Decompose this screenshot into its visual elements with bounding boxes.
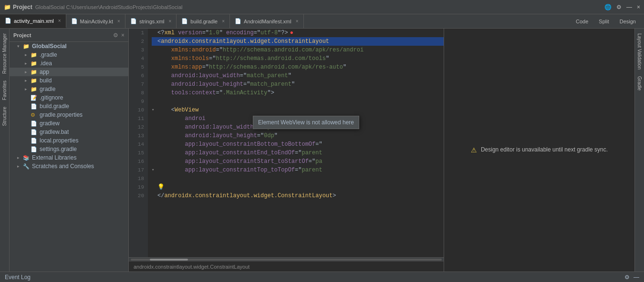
settings-icon[interactable]: ⚙ <box>616 4 622 10</box>
line-num-2: 2 <box>129 37 144 46</box>
line-num-16: 16 <box>129 157 144 166</box>
view-split-button[interactable]: Split <box>594 17 613 26</box>
warning-icon: ⚠ <box>471 146 477 154</box>
line-num-18: 18 <box>129 174 144 183</box>
code-lines[interactable]: <?xml version="1.0" encoding="utf-8"?> ●… <box>148 29 444 257</box>
file-icon-local-properties: 📄 <box>31 138 38 144</box>
tree-item-gitignore[interactable]: 📝 .gitignore <box>10 93 128 102</box>
code-line-6: android:layout_width="match_parent" <box>152 71 444 80</box>
folder-icon-project: 📁 <box>23 43 31 50</box>
line-num-12: 12 <box>129 123 144 131</box>
file-icon-gradle-properties: ⚙ <box>31 112 38 118</box>
sidebar: Project ⚙ × ▾ 📁 GlobalSocial ▸ 📁 .gradle <box>10 29 129 272</box>
tab-icon: 📄 <box>130 18 137 24</box>
top-bar-path: GlobalSocial C:\Users\user\AndroidStudio… <box>35 4 183 10</box>
code-line-10-content: <WebView <box>157 106 198 114</box>
scrollbar-track[interactable] <box>131 259 442 261</box>
code-editor[interactable]: 1 2 3 4 5 6 7 8 9 10 11 12 13 14 <box>129 29 444 272</box>
left-tab-structure[interactable]: Structure <box>1 104 8 129</box>
status-settings-icon[interactable]: ⚙ <box>624 274 630 281</box>
tree-item-build[interactable]: ▸ 📁 build <box>10 76 128 85</box>
code-line-17-content: app:layout_constraintTop_toTopOf="parent <box>157 166 322 174</box>
folder-icon-scratches: 🔧 <box>23 163 31 170</box>
tab-strings-xml[interactable]: 📄 strings.xml × <box>125 14 177 28</box>
code-line-20-content: </androidx.constraintlayout.widget.Const… <box>157 191 336 200</box>
tree-item-global-social[interactable]: ▾ 📁 GlobalSocial <box>10 42 128 50</box>
tab-label: activity_main.xml <box>14 18 54 24</box>
scrollbar-thumb[interactable] <box>150 259 188 261</box>
code-line-16-content: app:layout_constraintStart_toStartOf="pa <box>157 157 322 166</box>
tab-main-activity-kt[interactable]: 📄 MainActivity.kt × <box>66 14 125 28</box>
fold-arrow-17[interactable]: ▾ <box>152 166 157 174</box>
tree-item-idea[interactable]: ▸ 📁 .idea <box>10 59 128 68</box>
tab-close-manifest[interactable]: × <box>296 19 299 24</box>
left-tab-favorites[interactable]: Favorites <box>1 78 8 103</box>
top-bar: 📁 Project GlobalSocial C:\Users\user\And… <box>0 0 644 14</box>
design-panel: ⚠ Design editor is unavailable until nex… <box>444 29 634 272</box>
tooltip-text: Element WebView is not allowed here <box>258 119 354 126</box>
line-num-8: 8 <box>129 89 144 97</box>
status-event-log[interactable]: Event Log <box>5 274 31 281</box>
tree-item-gradle[interactable]: ▸ 📁 gradle <box>10 85 128 93</box>
view-design-button[interactable]: Design <box>615 17 640 26</box>
tab-close-main-activity[interactable]: × <box>117 19 120 24</box>
folder-icon-gradle: 📁 <box>31 86 38 92</box>
tree-item-scratches-consoles[interactable]: ▸ 🔧 Scratches and Consoles <box>10 162 128 171</box>
status-minimize-icon[interactable]: — <box>634 274 639 281</box>
editor-content: 1 2 3 4 5 6 7 8 9 10 11 12 13 14 <box>129 29 634 272</box>
code-line-2: <androidx.constraintlayout.widget.Constr… <box>152 37 444 46</box>
tree-item-external-libs[interactable]: ▸ 📚 External Libraries <box>10 153 128 162</box>
main-area: Resource Manager Favorites Structure Pro… <box>0 29 644 272</box>
tree-label-scratches-consoles: Scratches and Consoles <box>32 163 94 170</box>
design-panel-text: Design editor is unavailable until next … <box>481 146 608 153</box>
tree-label-idea: .idea <box>40 60 52 67</box>
tree-item-gradle-properties[interactable]: ⚙ gradle.properties <box>10 111 128 119</box>
line-numbers: 1 2 3 4 5 6 7 8 9 10 11 12 13 14 <box>129 29 148 257</box>
view-code-button[interactable]: Code <box>571 17 592 26</box>
sidebar-header-icons: ⚙ × <box>113 32 125 39</box>
code-line-19-bulb[interactable]: 💡 <box>157 183 165 191</box>
tree-item-gradlew-bat[interactable]: 📄 gradlew.bat <box>10 128 128 136</box>
line-num-10: 10 <box>129 106 144 114</box>
tab-android-manifest[interactable]: 📄 AndroidManifest.xml × <box>230 14 304 28</box>
globe-icon[interactable]: 🌐 <box>604 4 612 10</box>
folder-icon-build: 📁 <box>31 78 38 84</box>
left-tab-resource-manager[interactable]: Resource Manager <box>1 30 8 77</box>
tree-item-gradle-hidden[interactable]: ▸ 📁 .gradle <box>10 50 128 59</box>
code-line-8: tools:context=".MainActivity"> <box>152 89 444 97</box>
top-bar-icons: 🌐 ⚙ — × <box>604 4 640 10</box>
tab-close-build-gradle[interactable]: × <box>222 19 225 24</box>
code-line-13: android:layout_height="0dp" <box>152 131 444 140</box>
tab-build-gradle[interactable]: 📄 build.gradle × <box>177 14 230 28</box>
folder-icon-gradle-hidden: 📁 <box>31 52 38 58</box>
tree-item-local-properties[interactable]: 📄 local.properties <box>10 136 128 145</box>
tree-label-build-gradle: build.gradle <box>40 103 69 110</box>
code-line-15-content: app:layout_constraintEnd_toEndOf="parent <box>157 149 322 157</box>
fold-arrow-10[interactable]: ▾ <box>152 106 157 114</box>
code-line-11-content: androi <box>157 114 206 123</box>
tree-item-build-gradle[interactable]: 📄 build.gradle <box>10 102 128 111</box>
code-area[interactable]: 1 2 3 4 5 6 7 8 9 10 11 12 13 14 <box>129 29 444 257</box>
tab-close-strings[interactable]: × <box>168 19 171 24</box>
tree-label-gradlew-bat: gradlew.bat <box>40 129 69 135</box>
top-bar-title: Project <box>13 4 32 10</box>
tab-activity-main-xml[interactable]: 📄 activity_main.xml × <box>0 14 66 28</box>
sidebar-tree: ▾ 📁 GlobalSocial ▸ 📁 .gradle ▸ 📁 .idea <box>10 42 128 272</box>
tree-item-gradlew[interactable]: 📄 gradlew <box>10 119 128 128</box>
left-vertical-tabs: Resource Manager Favorites Structure <box>0 29 10 272</box>
tab-close-activity-main[interactable]: × <box>58 18 61 23</box>
sidebar-close-icon[interactable]: × <box>121 32 125 39</box>
tab-icon: 📄 <box>71 18 78 24</box>
code-line-7: android:layout_height="match_parent" <box>152 80 444 89</box>
tree-label-build: build <box>40 77 52 84</box>
right-tab-layout-validation[interactable]: Layout Validation <box>636 30 643 72</box>
close-icon[interactable]: × <box>637 4 640 10</box>
sidebar-settings-icon[interactable]: ⚙ <box>113 32 118 39</box>
tree-item-app[interactable]: ▸ 📁 app <box>10 68 128 76</box>
horizontal-scrollbar[interactable] <box>129 257 444 261</box>
minimize-icon[interactable]: — <box>626 4 632 10</box>
code-line-14: app:layout_constraintBottom_toBottomOf=" <box>152 140 444 149</box>
right-tab-gradle[interactable]: Gradle <box>636 73 643 93</box>
status-bar: Event Log ⚙ — <box>0 272 644 282</box>
tree-item-settings-gradle[interactable]: 📄 settings.gradle <box>10 145 128 153</box>
